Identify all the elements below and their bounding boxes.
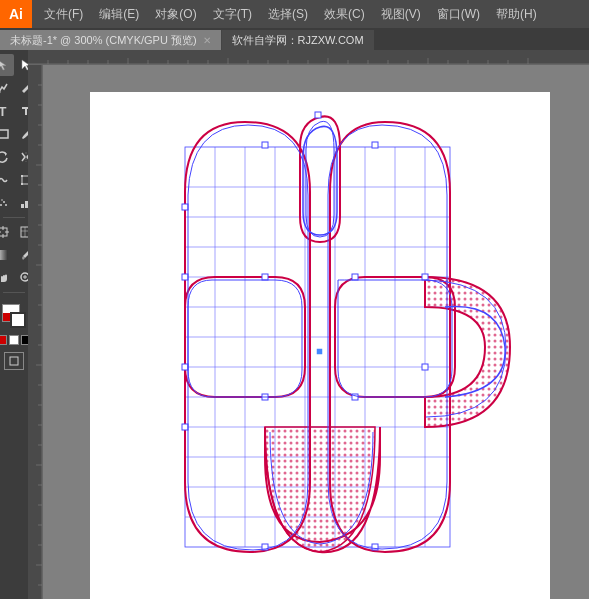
svg-rect-123	[317, 349, 322, 354]
svg-point-10	[5, 204, 7, 206]
pen-tools	[0, 77, 28, 99]
symbol-tools	[0, 192, 28, 214]
svg-rect-4	[21, 175, 23, 177]
selection-tool[interactable]	[0, 54, 14, 76]
selection-tools	[0, 54, 28, 76]
menu-object[interactable]: 对象(O)	[147, 0, 204, 28]
pencil-tool[interactable]	[15, 77, 29, 99]
white-swatch[interactable]	[9, 335, 19, 345]
rotate-tool[interactable]	[0, 146, 14, 168]
menu-edit[interactable]: 编辑(E)	[91, 0, 147, 28]
tab-active[interactable]: 未标题-1* @ 300% (CMYK/GPU 预览) ✕	[0, 30, 222, 50]
gradient-tool[interactable]	[0, 244, 14, 266]
svg-point-9	[3, 201, 5, 203]
svg-rect-6	[21, 183, 23, 185]
red-swatch[interactable]	[0, 335, 7, 345]
rectangle-tool[interactable]	[0, 123, 14, 145]
ruler-horizontal	[28, 50, 589, 65]
color-boxes	[0, 333, 28, 347]
canvas-area[interactable]	[28, 50, 589, 599]
toolbar-divider-2	[3, 292, 25, 293]
svg-rect-109	[262, 142, 268, 148]
svg-rect-12	[21, 204, 24, 208]
svg-rect-110	[372, 142, 378, 148]
touch-type-tool[interactable]	[15, 100, 29, 122]
svg-rect-108	[315, 112, 321, 118]
svg-rect-113	[182, 364, 188, 370]
ai-logo: Ai	[0, 0, 32, 28]
ruler-vertical	[28, 65, 43, 599]
rotate-tools	[0, 146, 28, 168]
hand-tool[interactable]	[0, 267, 14, 289]
svg-point-11	[1, 199, 3, 201]
type-tool[interactable]: T	[0, 100, 14, 122]
tab-close-button[interactable]: ✕	[203, 35, 211, 46]
svg-rect-117	[352, 274, 358, 280]
svg-rect-23	[0, 250, 8, 260]
tab-active-label: 未标题-1* @ 300% (CMYK/GPU 预览)	[10, 33, 197, 48]
svg-rect-120	[422, 364, 428, 370]
main-layout: T	[0, 50, 589, 599]
text-tools: T	[0, 100, 28, 122]
svg-rect-119	[422, 274, 428, 280]
screen-mode	[4, 352, 24, 370]
view-tools	[0, 221, 28, 243]
warp-tool[interactable]	[0, 169, 14, 191]
menu-text[interactable]: 文字(T)	[205, 0, 260, 28]
left-toolbar: T	[0, 50, 28, 599]
graph-tool[interactable]	[15, 192, 29, 214]
artwork-svg	[90, 92, 550, 599]
symbol-sprayer-tool[interactable]	[0, 192, 14, 214]
pen-tool[interactable]	[0, 77, 14, 99]
direct-selection-tool[interactable]	[15, 54, 29, 76]
eyedropper-tool[interactable]	[15, 244, 29, 266]
svg-point-8	[0, 204, 2, 206]
tab-bar: 未标题-1* @ 300% (CMYK/GPU 预览) ✕ 软件自学网：RJZX…	[0, 28, 589, 50]
artboard-tool[interactable]	[0, 221, 14, 243]
color-swatches[interactable]	[2, 300, 26, 328]
shape-tools	[0, 123, 28, 145]
tab-website[interactable]: 软件自学网：RJZXW.COM	[222, 30, 374, 50]
slice-tool[interactable]	[15, 221, 29, 243]
paintbrush-tool[interactable]	[15, 123, 29, 145]
svg-rect-115	[262, 274, 268, 280]
reflect-tool[interactable]	[15, 146, 29, 168]
black-swatch[interactable]	[21, 335, 28, 345]
menu-window[interactable]: 窗口(W)	[429, 0, 488, 28]
gradient-tools	[0, 244, 28, 266]
zoom-tool[interactable]	[15, 267, 29, 289]
menu-help[interactable]: 帮助(H)	[488, 0, 545, 28]
svg-rect-111	[182, 204, 188, 210]
blend-tools	[0, 267, 28, 289]
menu-view[interactable]: 视图(V)	[373, 0, 429, 28]
screen-mode-button[interactable]	[4, 352, 24, 370]
tab-website-label: 软件自学网：RJZXW.COM	[232, 33, 364, 48]
stroke-swatch[interactable]	[10, 312, 26, 328]
svg-rect-112	[182, 274, 188, 280]
svg-rect-114	[182, 424, 188, 430]
warp-tools	[0, 169, 28, 191]
menu-file[interactable]: 文件(F)	[36, 0, 91, 28]
svg-rect-1	[0, 130, 8, 138]
menu-bar: 文件(F) 编辑(E) 对象(O) 文字(T) 选择(S) 效果(C) 视图(V…	[32, 0, 589, 28]
canvas[interactable]	[90, 92, 550, 599]
menu-effect[interactable]: 效果(C)	[316, 0, 373, 28]
toolbar-divider	[3, 217, 25, 218]
menu-select[interactable]: 选择(S)	[260, 0, 316, 28]
free-transform-tool[interactable]	[15, 169, 29, 191]
svg-rect-28	[10, 357, 18, 365]
title-bar: Ai 文件(F) 编辑(E) 对象(O) 文字(T) 选择(S) 效果(C) 视…	[0, 0, 589, 28]
